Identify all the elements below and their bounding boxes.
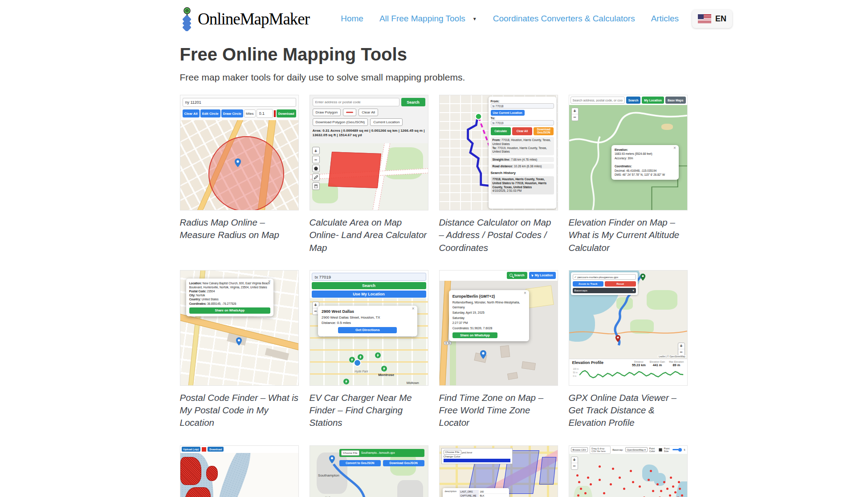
- elevation-search-input: [571, 97, 625, 104]
- tool-thumbnail-radius-map[interactable]: Clear All Edit Circle Draw Circle Miles …: [180, 95, 299, 210]
- tool-title[interactable]: Postal Code Finder – What is My Postal C…: [180, 392, 299, 429]
- clear-all-button: Clear All: [512, 127, 532, 135]
- close-icon: ×: [412, 307, 415, 311]
- tool-card-area-calculator: Search Draw Polygon Clear All Download P…: [310, 95, 428, 254]
- radius-value-input: [257, 109, 273, 118]
- zoom-control: +−: [571, 457, 578, 470]
- tool-thumbnail-shapefile-viewer[interactable]: Upload (.zip) Download: [180, 445, 299, 497]
- straight-line-result: Straight-line: 7.66 km (4.76 miles): [491, 157, 554, 162]
- tool-title[interactable]: Calculate Area on Map Online- Land Area …: [310, 216, 428, 254]
- tool-thumbnail-area-calculator[interactable]: Search Draw Polygon Clear All Download P…: [310, 95, 428, 210]
- map-label: Midtown: [407, 381, 419, 385]
- charger-marker-icon: [343, 378, 350, 385]
- language-label: EN: [715, 14, 726, 24]
- charger-marker-icon: [381, 365, 387, 372]
- main-content: Free Online Mapping Tools Free map maker…: [180, 44, 689, 497]
- draw-circle-button: Draw Circle: [221, 109, 243, 117]
- tool-thumbnail-distance-calculator[interactable]: From: Use Current Location To: Calculate…: [439, 95, 558, 210]
- map-ocean: [675, 481, 687, 497]
- map-lake: [654, 473, 666, 486]
- nav-all-free-mapping-tools[interactable]: All Free Mapping Tools: [379, 14, 465, 24]
- map-pin-icon: [236, 337, 242, 348]
- tool-title[interactable]: Find Time Zone on Map – Free World Time …: [439, 392, 558, 429]
- elevation-toolbar: Search My Location Base Maps: [569, 95, 687, 105]
- site-logo[interactable]: OnlineMapMaker: [180, 6, 310, 31]
- road-distance-result: Road distance: 10.26 km (6.38 miles): [491, 164, 554, 169]
- area-result-text: Area: 0.31 Acres | 0.000489 sq mi | 0.00…: [313, 129, 425, 138]
- nav-coordinates-converters[interactable]: Coordinates Converters & Calculators: [493, 14, 635, 24]
- close-icon: ×: [673, 146, 676, 150]
- ev-search-input: [312, 273, 426, 281]
- timezone-popup: × Europe/Berlin (GMT+2) Rottendorffweg, …: [449, 290, 529, 341]
- tool-title[interactable]: Elevation Finder on Map – What is My Cur…: [569, 216, 688, 254]
- tool-card-kmz-viewer: Choose File prcl.kmz Change Color descri…: [439, 445, 558, 497]
- upload-zip-button: Upload (.zip): [182, 447, 201, 452]
- search-button: Search: [626, 97, 641, 104]
- map-building: [526, 285, 554, 308]
- basemap-select: OpenStreetMap ▾: [625, 447, 648, 452]
- timezone-toolbar: Search My Location: [440, 271, 558, 281]
- location-arrow-icon: [531, 274, 534, 277]
- radius-toolbar: Clear All Edit Circle Draw Circle Miles …: [180, 95, 298, 120]
- tool-thumbnail-ev-charger-finder[interactable]: Search Use My Location +− × 2900 West Da…: [310, 270, 428, 386]
- language-selector[interactable]: EN: [692, 10, 732, 28]
- close-icon: ×: [268, 279, 271, 284]
- zoom-out-button: −: [312, 156, 320, 163]
- color-swatch: [202, 447, 206, 452]
- tool-thumbnail-time-zone-finder[interactable]: Search My Location B 54 × Europe/Berlin …: [439, 270, 558, 386]
- radius-circle-overlay: [208, 136, 284, 210]
- map-water: [212, 453, 256, 497]
- download-button: Download: [208, 447, 224, 452]
- shapefile-polygon: [180, 457, 202, 485]
- browse-csv-button: Browse CSV: [571, 447, 588, 452]
- tool-title[interactable]: GPX Online Data Viewer – Get Track Dista…: [569, 392, 688, 429]
- use-current-location-button: Use Current Location: [491, 110, 525, 116]
- page-title: Free Online Mapping Tools: [180, 44, 689, 65]
- to-input: [491, 120, 554, 125]
- choose-file-button: Choose File: [341, 450, 359, 456]
- search-history-entry: 77018, Houston, Harris County, Texas, Un…: [491, 176, 554, 194]
- area-polygon-overlay: [328, 152, 381, 188]
- tool-thumbnail-elevation-finder[interactable]: Search My Location Base Maps +− ×: [569, 95, 688, 210]
- map-label: Southampton: [318, 473, 339, 477]
- share-whatsapp-button: Share on WhatsApp: [452, 332, 498, 338]
- use-my-location-button: Use My Location: [312, 291, 426, 298]
- distance-panel: From: Use Current Location To: Calculate…: [489, 97, 556, 209]
- tool-thumbnail-gpx-to-geojson[interactable]: Southampton Hythe Fareham Stubbington A3…: [310, 445, 428, 497]
- current-location-button: Current Location: [370, 118, 403, 126]
- search-icon: [509, 274, 513, 277]
- tool-title[interactable]: Radius Map Online – Measure Radius on Ma…: [180, 216, 299, 242]
- chevron-down-icon[interactable]: ▼: [473, 16, 477, 21]
- tool-thumbnail-gpx-viewer[interactable]: ✓ parcours-morlaix-plougasnou.gpx Zoom t…: [569, 270, 688, 386]
- postal-popup: × Location: New Calvary Baptist Church, …: [186, 279, 273, 316]
- nav-articles[interactable]: Articles: [651, 14, 679, 24]
- tool-thumbnail-postal-code-finder[interactable]: × Location: New Calvary Baptist Church, …: [180, 270, 299, 386]
- tool-card-gpx-to-geojson: Southampton Hythe Fareham Stubbington A3…: [310, 445, 428, 497]
- tool-card-ev-charger-finder: Search Use My Location +− × 2900 West Da…: [310, 270, 428, 429]
- close-icon: ×: [524, 291, 526, 295]
- zoom-to-track-button: Zoom to Track: [573, 281, 604, 287]
- get-directions-button: Get Directions: [338, 327, 397, 333]
- from-input: [491, 103, 554, 109]
- choose-file-button: Choose File: [444, 450, 461, 455]
- csv-toolbar: Browse CSV Drag & drop CSV file here Bas…: [569, 446, 687, 454]
- reset-button: Reset: [605, 281, 636, 287]
- kmz-map-scene: Choose File prcl.kmz Change Color descri…: [440, 446, 558, 497]
- tool-thumbnail-kmz-viewer[interactable]: Choose File prcl.kmz Change Color descri…: [439, 445, 558, 497]
- tool-title[interactable]: Distance Calculator on Map – Address / P…: [439, 216, 558, 254]
- tool-title[interactable]: EV Car Charger Near Me Finder – Find Cha…: [310, 392, 428, 429]
- tool-card-elevation-finder: Search My Location Base Maps +− ×: [569, 95, 688, 254]
- tool-card-shapefile-viewer: Upload (.zip) Download: [180, 445, 299, 497]
- shapefile-toolbar: Upload (.zip) Download: [180, 446, 298, 453]
- download-geojson-button: Download GeoJSON: [534, 127, 554, 135]
- map-terrain: [574, 486, 592, 497]
- map-building: [507, 372, 518, 380]
- gpx-convert-map-scene: Southampton Hythe Fareham Stubbington A3…: [310, 446, 428, 497]
- nav-home[interactable]: Home: [341, 14, 363, 24]
- ev-popup: × 2900 West Dallas 2900 West Dallas Stre…: [318, 306, 417, 336]
- tool-thumbnail-csv-plotter[interactable]: Browse CSV Drag & drop CSV file here Bas…: [569, 445, 688, 497]
- search-button: Search: [507, 272, 527, 279]
- track-end-pin: [615, 335, 621, 344]
- radius-map-scene: [180, 120, 298, 210]
- page-subtitle: Free map maker tools for daily use to so…: [180, 72, 689, 83]
